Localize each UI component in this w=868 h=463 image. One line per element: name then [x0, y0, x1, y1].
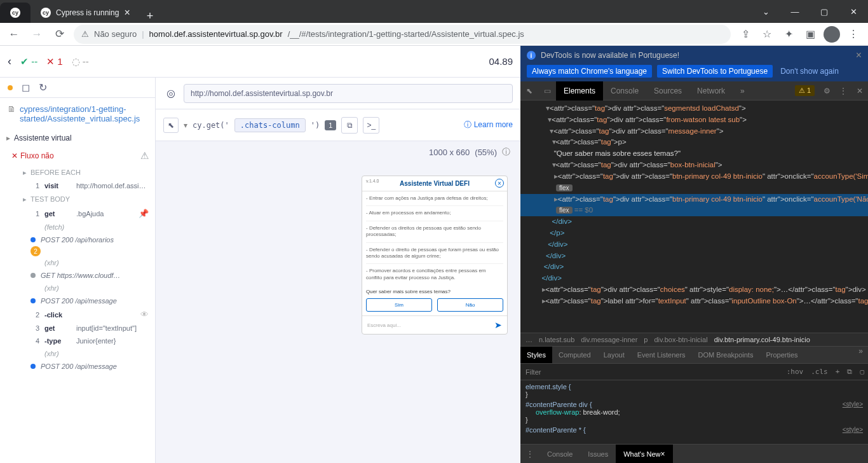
browser-tab-2[interactable]: cyCypress is running×	[31, 3, 140, 23]
cmd-xhr[interactable]: (xhr)	[0, 347, 155, 360]
element-picker-icon[interactable]: ⬉	[163, 118, 179, 133]
cmd-click[interactable]: 2-click👁	[0, 307, 155, 322]
tab-elements[interactable]: Elements	[556, 81, 603, 100]
cmd-fetch[interactable]: (fetch)	[0, 221, 155, 233]
drawer-whatsnew[interactable]: What's New ×	[616, 445, 672, 463]
chevron-down-icon[interactable]: ▾	[184, 121, 187, 130]
profile-avatar[interactable]	[822, 25, 841, 44]
cls-toggle[interactable]: .cls	[807, 368, 832, 376]
stab-layout[interactable]: Layout	[597, 347, 631, 363]
stab-dom[interactable]: DOM Breakpoints	[692, 347, 760, 363]
selector-value[interactable]: .chats-column	[234, 118, 306, 132]
back-icon[interactable]: ‹	[8, 55, 11, 68]
share-icon[interactable]: ⇪	[736, 25, 755, 44]
eye-icon[interactable]: 👁	[140, 310, 149, 319]
chat-title: Assistente Virtual DEFI	[362, 176, 507, 191]
cmd-get[interactable]: 1get.bgAjuda📌	[0, 206, 155, 221]
warning-badge[interactable]: ⚠ 1	[795, 85, 815, 96]
info-icon[interactable]: ⓘ	[502, 146, 510, 158]
cmd-visit[interactable]: 1visithttp://homol.def.assisten…	[0, 179, 155, 192]
spec-path[interactable]: cypress/integration/1-getting-started/As…	[20, 104, 147, 123]
tab-sources[interactable]: Sources	[646, 81, 689, 100]
url-input[interactable]: ⚠ Não seguro | homol.def.assistentevirtu…	[74, 25, 731, 44]
window-minimize-icon[interactable]: ―	[780, 0, 810, 23]
chat-input[interactable]: Escreva aqui...	[367, 322, 494, 328]
pending-count: ◌ --	[72, 56, 89, 67]
send-icon[interactable]: ➤	[494, 320, 502, 330]
aut-url[interactable]: http://homol.def.assistentevirtual.sp.go…	[184, 84, 513, 103]
chat-close-icon[interactable]: ×	[495, 179, 504, 188]
styles-rules[interactable]: element.style {}#contentParente div {<st…	[520, 380, 868, 444]
close-icon[interactable]: ×	[661, 450, 665, 459]
star-icon[interactable]: ☆	[757, 25, 776, 44]
new-tab-button[interactable]: +	[140, 10, 160, 23]
drawer-issues[interactable]: Issues	[580, 445, 616, 463]
styles-filter-input[interactable]: Filter	[526, 368, 783, 376]
duration: 04.89	[489, 56, 513, 67]
device-icon[interactable]: ▭	[538, 81, 556, 100]
settings-icon[interactable]: ⚙	[818, 81, 835, 100]
suite-title[interactable]: Assistente virtual	[0, 130, 155, 146]
hook-before: BEFORE EACH	[0, 165, 155, 179]
test-title[interactable]: Fluxo não⚠	[0, 146, 155, 165]
cmd-get2[interactable]: 3getinput[id="textInput"]	[0, 322, 155, 335]
selector-playground-icon[interactable]: ◎	[163, 86, 179, 101]
extensions-icon[interactable]: ✦	[779, 25, 798, 44]
hov-toggle[interactable]: :hov	[783, 368, 808, 376]
tab-more-icon[interactable]: »	[733, 81, 752, 100]
fail-count: ✕ 1	[46, 56, 63, 67]
banner-close-icon[interactable]: ×	[856, 50, 862, 61]
banner-match-button[interactable]: Always match Chrome's language	[527, 65, 652, 78]
banner-switch-button[interactable]: Switch DevTools to Portuguese	[657, 65, 773, 78]
favicon-icon: cy	[10, 8, 20, 18]
chevron-down-icon[interactable]: ⌄	[751, 0, 780, 23]
drawer-menu-icon[interactable]: ⋮	[520, 445, 539, 463]
cmd-xhr[interactable]: (xhr)	[0, 282, 155, 294]
browser-tab-strip: cy cyCypress is running× + ⌄ ― ▢ ✕	[0, 0, 868, 23]
cmd-post[interactable]: POST 200 /api/message	[0, 294, 155, 307]
window-maximize-icon[interactable]: ▢	[810, 0, 839, 23]
tab-close-icon[interactable]: ×	[124, 7, 130, 18]
stab-styles[interactable]: Styles	[520, 347, 552, 363]
chat-line: - Defender os direitos de pessoas que es…	[366, 225, 503, 243]
terminal-icon[interactable]: >_	[363, 117, 379, 134]
sidepanel-icon[interactable]: ▣	[801, 25, 820, 44]
cmd-type[interactable]: 4-typeJunior{enter}	[0, 335, 155, 347]
computed-icon[interactable]: ▢	[856, 368, 868, 376]
reload-icon[interactable]: ⟳	[51, 25, 69, 43]
browser-tab-1[interactable]: cy	[0, 3, 31, 23]
chat-button-nao[interactable]: Não	[437, 298, 503, 312]
window-close-icon[interactable]: ✕	[839, 0, 868, 23]
cmd-post[interactable]: POST 200 /api/message	[0, 360, 155, 373]
url-host: homol.def.assistentevirtual.sp.gov.br	[149, 29, 283, 39]
menu-icon[interactable]: ⋮	[844, 25, 863, 44]
copy-icon[interactable]: ⧉	[341, 117, 358, 134]
more-icon[interactable]: ⋮	[835, 81, 851, 100]
learn-more-link[interactable]: ⓘLearn more	[464, 120, 513, 130]
inspect-icon[interactable]: ⬉	[520, 81, 538, 100]
address-bar: ← → ⟳ ⚠ Não seguro | homol.def.assistent…	[0, 23, 868, 46]
cmd-get-xhr[interactable]: GET https://www.cloudf…	[0, 269, 155, 282]
cmd-xhr[interactable]: (xhr)	[0, 256, 155, 269]
breadcrumb[interactable]: … n.latest.sub div.message-inner p div.b…	[520, 333, 868, 346]
stab-props[interactable]: Properties	[759, 347, 804, 363]
banner-dismiss-link[interactable]: Don't show again	[780, 67, 839, 76]
stop-icon[interactable]: ◻	[22, 81, 30, 93]
new-rule-icon[interactable]: +	[832, 368, 844, 376]
tab-network[interactable]: Network	[689, 81, 733, 100]
elements-tree[interactable]: ▾<attr">class="tag">div attr">class="seg…	[520, 100, 868, 333]
drawer-console[interactable]: Console	[539, 445, 580, 463]
chat-button-sim[interactable]: Sim	[366, 298, 432, 312]
stab-event[interactable]: Event Listeners	[631, 347, 692, 363]
devtools-panel: i DevTools is now available in Portugues…	[520, 46, 868, 463]
more-tabs-icon[interactable]: »	[853, 347, 868, 363]
tab-console[interactable]: Console	[603, 81, 646, 100]
bullet-icon	[31, 364, 36, 369]
cmd-post[interactable]: POST 200 /api/horarios	[0, 233, 155, 246]
restart-icon[interactable]: ↻	[39, 81, 47, 93]
stab-computed[interactable]: Computed	[552, 347, 597, 363]
nav-back-icon[interactable]: ←	[5, 25, 23, 43]
devtools-close-icon[interactable]: ✕	[851, 81, 868, 100]
pin-icon[interactable]: 📌	[139, 209, 149, 218]
print-icon[interactable]: ⧉	[843, 368, 856, 376]
